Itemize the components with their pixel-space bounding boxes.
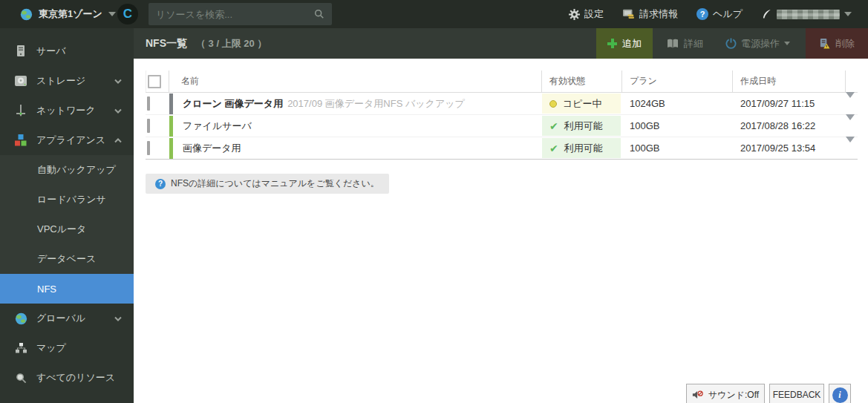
page-header: NFS一覧 （ 3 / 上限 20 ） 追加 詳細 電源操作 削除	[134, 28, 868, 59]
add-button[interactable]: 追加	[596, 28, 653, 59]
settings-menu[interactable]: 設定	[563, 7, 610, 21]
sidebar-item-network[interactable]: ネットワーク	[0, 96, 134, 125]
main-content: 名前 有効状態 プラン 作成日時 クローン 画像データ用2017/09 画像デー…	[134, 59, 868, 403]
globe-icon	[13, 312, 28, 325]
billing-icon	[622, 9, 635, 20]
sidebar-item-server[interactable]: サーバ	[0, 36, 134, 66]
zone-selector[interactable]: 東京第1ゾーン	[0, 7, 116, 21]
row-state-bar	[169, 94, 173, 114]
sidebar-subitem-database[interactable]: データベース	[0, 244, 134, 274]
chevron-down-icon	[784, 42, 790, 45]
help-icon: ?	[696, 8, 708, 20]
sound-toggle-label: サウンド:Off	[708, 389, 759, 402]
plan-value: 100GB	[622, 120, 733, 131]
status-badge: コピー中	[542, 94, 621, 114]
created-value: 2017/09/25 13:54	[733, 142, 846, 154]
sidebar-subitem-auto-backup[interactable]: 自動バックアップ	[0, 155, 134, 185]
sitemap-icon	[13, 343, 28, 353]
zone-label: 東京第1ゾーン	[39, 7, 102, 21]
status-badge: ✔利用可能	[542, 116, 621, 136]
row-menu-button[interactable]	[846, 137, 855, 154]
chevron-down-icon	[114, 316, 122, 321]
globe-icon	[20, 8, 33, 21]
column-header-plan: プラン	[622, 71, 733, 92]
search-icon	[13, 373, 28, 384]
sidebar-item-label: サーバ	[36, 45, 66, 58]
row-checkbox[interactable]	[147, 96, 150, 111]
sidebar-item-appliance[interactable]: アプライアンス	[0, 125, 134, 155]
sidebar-item-label: グローバル	[36, 312, 85, 325]
status-label: コピー中	[563, 97, 602, 111]
sidebar-item-label: ストレージ	[36, 74, 85, 88]
info-bar-text: NFSの詳細についてはマニュアルをご覧ください。	[171, 177, 379, 190]
user-name-redacted	[777, 10, 840, 19]
row-state-bar	[169, 116, 173, 137]
account-menu[interactable]	[755, 9, 858, 20]
sidebar-item-label: マップ	[36, 341, 66, 355]
info-icon: i	[832, 387, 848, 403]
column-header-status: 有効状態	[542, 71, 622, 92]
info-bar: ? NFSの詳細についてはマニュアルをご覧ください。	[146, 174, 389, 194]
row-menu-button[interactable]	[846, 92, 855, 109]
created-value: 2017/09/27 11:15	[733, 98, 846, 109]
plus-icon	[607, 39, 617, 48]
server-icon	[13, 45, 28, 57]
chevron-down-icon	[844, 12, 852, 16]
table-row[interactable]: ファイルサーバ ✔利用可能 100GB 2017/08/28 16:22	[146, 115, 858, 137]
billing-menu[interactable]: 請求情報	[616, 7, 684, 21]
chevron-down-icon	[114, 79, 122, 84]
row-checkbox[interactable]	[147, 119, 150, 133]
sound-toggle-button[interactable]: サウンド:Off	[686, 384, 765, 403]
column-header-name: 名前	[174, 71, 542, 92]
check-icon: ✔	[549, 120, 558, 132]
row-menu-button[interactable]	[846, 114, 855, 131]
sidebar-item-label: すべてのリソース	[36, 371, 115, 384]
check-icon: ✔	[549, 142, 558, 154]
detail-button[interactable]: 詳細	[656, 28, 714, 59]
sidebar-subitem-vpc-router[interactable]: VPCルータ	[0, 214, 134, 244]
sidebar-item-global[interactable]: グローバル	[0, 304, 134, 333]
table-row[interactable]: クローン 画像データ用2017/09 画像データ用NFS バックアップ コピー中…	[146, 93, 858, 115]
page-title: NFS一覧	[146, 37, 187, 50]
appliance-submenu: 自動バックアップ ロードバランサ VPCルータ データベース NFS	[0, 155, 134, 304]
sidebar: サーバ ストレージ ネットワーク アプライアンス 自動バックアップ ロードバラン…	[0, 28, 134, 403]
status-label: 利用可能	[564, 119, 603, 133]
storage-icon	[13, 76, 28, 86]
assistant-help-button[interactable]: i	[829, 384, 851, 403]
resource-name: クローン 画像データ用	[183, 98, 283, 109]
sidebar-item-map[interactable]: マップ	[0, 333, 134, 363]
network-icon	[13, 105, 28, 117]
gear-icon	[569, 9, 580, 20]
chevron-down-icon	[108, 12, 116, 16]
table-header-row: 名前 有効状態 プラン 作成日時	[146, 71, 858, 93]
speaker-muted-icon	[692, 390, 704, 400]
detail-button-label: 詳細	[684, 37, 703, 50]
resource-name-suffix: 2017/09 画像データ用NFS バックアップ	[287, 98, 465, 109]
add-button-label: 追加	[622, 37, 642, 50]
delete-warning-icon	[819, 38, 830, 49]
app-logo[interactable]: C	[117, 4, 138, 24]
topbar: 東京第1ゾーン C 設定 請求情報 ? ヘルプ	[0, 0, 868, 28]
power-button[interactable]: 電源操作	[714, 28, 801, 59]
chevron-up-icon	[114, 138, 122, 143]
sidebar-item-label: ネットワーク	[36, 104, 96, 117]
help-icon: ?	[155, 179, 166, 189]
sidebar-item-storage[interactable]: ストレージ	[0, 66, 134, 96]
row-checkbox[interactable]	[147, 141, 150, 155]
table-row[interactable]: 画像データ用 ✔利用可能 100GB 2017/09/25 13:54	[146, 137, 858, 160]
select-all-checkbox[interactable]	[148, 75, 161, 88]
delete-button[interactable]: 削除	[806, 28, 868, 59]
search-input[interactable]	[156, 9, 314, 20]
pen-icon	[761, 9, 772, 20]
sidebar-item-label: アプライアンス	[36, 134, 105, 147]
resource-count: （ 3 / 上限 20 ）	[196, 37, 267, 50]
sidebar-subitem-load-balancer[interactable]: ロードバランサ	[0, 185, 134, 214]
help-menu[interactable]: ? ヘルプ	[691, 7, 748, 21]
feedback-button[interactable]: FEEDBACK	[769, 384, 824, 403]
resource-search	[149, 3, 332, 25]
resource-name: ファイルサーバ	[183, 120, 252, 131]
sidebar-item-all-resources[interactable]: すべてのリソース	[0, 363, 134, 393]
billing-label: 請求情報	[639, 7, 678, 21]
delete-button-label: 削除	[835, 37, 855, 50]
sidebar-subitem-nfs[interactable]: NFS	[0, 274, 134, 304]
